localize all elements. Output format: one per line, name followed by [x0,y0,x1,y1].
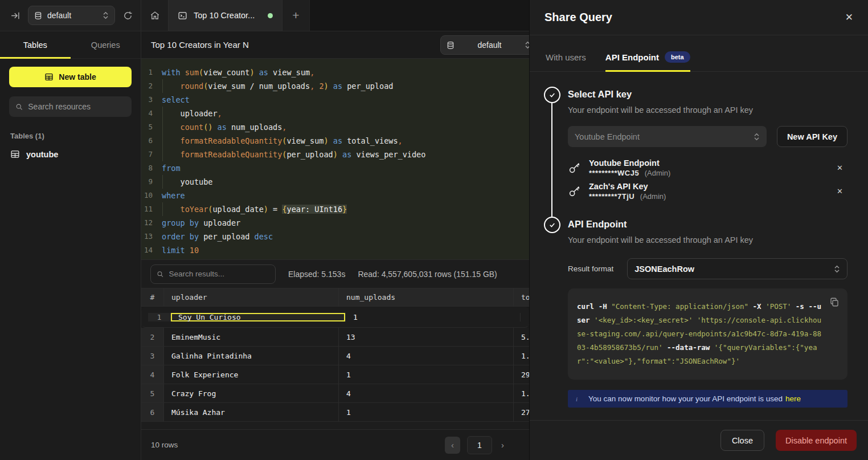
api-key-masked: *********WCJ5 [589,169,639,177]
table-row: 4 Folk Experience 1 294 [141,365,529,384]
search-resources-input[interactable] [28,102,125,111]
disable-endpoint-button[interactable]: Disable endpoint [776,430,857,451]
col-header-num[interactable]: # [141,288,164,306]
copy-icon[interactable] [829,297,840,307]
table-row: 2 EminemMusic 13 5.1 [141,328,529,347]
collapse-sidebar-icon[interactable] [10,11,20,21]
close-panel-icon[interactable]: ✕ [845,11,853,23]
info-icon: i [576,396,578,402]
cell-total-views[interactable]: 294 [514,365,529,384]
step2-check-icon [544,217,560,233]
banner-here-link[interactable]: here [785,394,801,403]
read-stat: Read: 4,557,605,031 rows (151.15 GB) [358,270,497,279]
result-format-label: Result format [568,264,613,273]
code-line: 13 order by per_upload desc [141,230,529,243]
cell-row-number: 6 [141,403,164,421]
cell-uploader[interactable]: Crazy Frog [164,384,339,402]
key-icon [568,161,581,174]
cell-uploader[interactable]: Músika Azhar [164,403,339,421]
api-key-masked: *********7TjU [589,192,634,201]
new-table-button[interactable]: New table [9,67,132,87]
panel-content: Select API key Your endpoint will be acc… [530,72,868,420]
results-search[interactable] [150,264,276,284]
col-header-total-views[interactable]: tot [514,288,529,306]
next-page-button[interactable]: › [499,440,506,450]
cell-total-views[interactable]: 1.4 [514,347,529,365]
pagination: ‹ 1 › [445,436,506,454]
curl-snippet-box: curl -H "Content-Type: application/json"… [568,288,847,380]
results-footer: 10 rows ‹ 1 › [141,429,529,460]
tab-with-users[interactable]: With users [546,51,586,71]
cell-num-uploads[interactable]: 1 [339,403,514,421]
sidebar-table-item[interactable]: youtube [0,146,141,162]
close-button[interactable]: Close [720,430,764,451]
step1-subtitle: Your endpoint will be accessed through a… [568,105,847,115]
tab-api-endpoint-label: API Endpoint [605,52,659,62]
editor-header: Top 10 Creators in Year N default [141,31,529,59]
tab-tables[interactable]: Tables [0,31,71,58]
current-page[interactable]: 1 [467,436,492,454]
cell-uploader[interactable]: Soy Un Curioso [171,313,346,321]
new-api-key-button[interactable]: New API Key [777,126,847,147]
remove-key-icon[interactable]: ✕ [837,164,843,172]
table-name: youtube [26,150,58,159]
query-title: Top 10 Creators in Year N [151,40,249,50]
beta-badge: beta [665,51,690,63]
line-number: 8 [141,161,162,175]
line-content: toYear(upload_date) = {year: UInt16} [162,202,347,216]
elapsed-stat: Elapsed: 5.153s [288,270,345,279]
cell-num-uploads[interactable]: 4 [339,347,514,365]
code-line: 5 count() as num_uploads, [141,120,529,134]
cell-total-views[interactable]: 5.1 [514,328,529,346]
step-select-api-key: Select API key Your endpoint will be acc… [543,87,847,201]
results-table: # uploader num_uploads tot 1 Soy Un Curi… [141,288,529,422]
remove-key-icon[interactable]: ✕ [837,187,843,196]
code-line: 14 limit 10 [141,243,529,257]
line-number: 11 [141,202,162,216]
col-header-num-uploads[interactable]: num_uploads [339,288,514,306]
banner-text: You can now monitor how your your API en… [588,394,783,403]
result-format-value: JSONEachRow [634,264,834,274]
unsaved-changes-dot [268,13,273,18]
tab-api-endpoint[interactable]: API Endpoint beta [605,51,690,71]
cell-total-views[interactable]: 274 [514,403,529,421]
cell-uploader[interactable]: EminemMusic [164,328,339,346]
api-key-select[interactable]: Youtube Endpoint [568,126,767,147]
tab-title: Top 10 Creator... [194,11,261,20]
api-key-list: Youtube Endpoint *********WCJ5 (Admin) ✕… [568,158,847,201]
cell-num-uploads[interactable]: 13 [339,328,514,346]
query-tab[interactable]: Top 10 Creator... [169,0,282,31]
database-selector-value: default [47,11,97,20]
step2-subtitle: Your endpoint will be accessed through a… [568,235,847,245]
code-line: 9 youtube [141,175,529,189]
cell-num-uploads[interactable]: 1 [346,313,521,321]
result-format-select[interactable]: JSONEachRow [627,258,847,279]
search-results-input[interactable] [169,270,269,278]
cell-row-number: 3 [141,347,164,365]
api-key-role: (Admin) [645,169,671,177]
cell-num-uploads[interactable]: 1 [339,365,514,384]
tab-queries[interactable]: Queries [71,31,141,58]
cell-uploader[interactable]: Galinha Pintadinha [164,347,339,365]
home-button[interactable] [141,0,169,31]
prev-page-button[interactable]: ‹ [445,437,460,454]
refresh-icon[interactable] [123,11,133,21]
line-content: select [162,93,190,107]
api-key-select-value: Youtube Endpoint [575,132,754,141]
cell-total-views[interactable]: 407 [521,313,528,321]
cell-row-number: 2 [141,328,164,346]
cell-total-views[interactable]: 1.1 [514,384,529,402]
step1-title: Select API key [568,87,847,100]
cell-uploader[interactable]: Folk Experience [164,365,339,384]
editor-database-selector[interactable]: default [440,35,529,55]
line-content: group by uploader [162,216,240,230]
add-tab-button[interactable]: + [282,0,310,31]
cell-num-uploads[interactable]: 4 [339,384,514,402]
search-icon [157,270,163,278]
code-line: 10 where [141,189,529,202]
database-selector[interactable]: default [28,6,115,25]
col-header-uploader[interactable]: uploader [164,288,339,306]
sql-editor[interactable]: 1 with sum(view_count) as view_sum, 2 ro… [141,59,529,259]
step-connector-line [551,102,553,217]
sidebar-search[interactable] [9,96,132,117]
